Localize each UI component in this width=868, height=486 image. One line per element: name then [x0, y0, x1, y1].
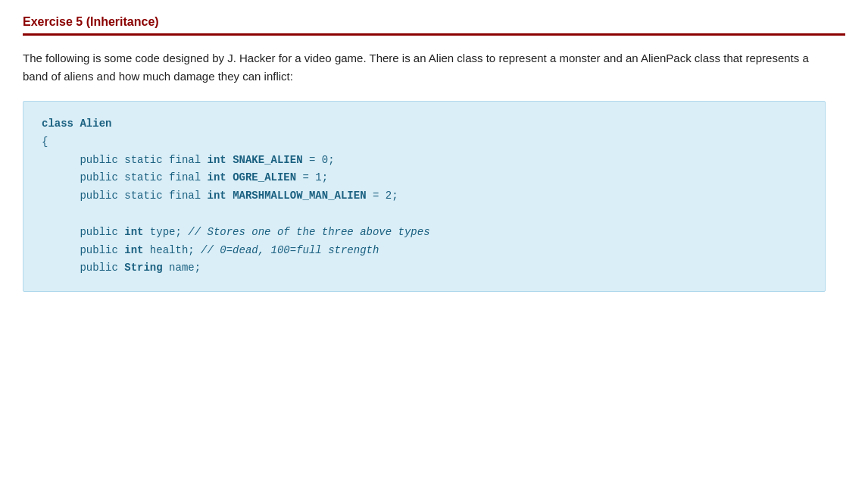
code-line-class: class Alien — [42, 115, 807, 133]
code-line-marshmallow: public static final int MARSHMALLOW_MAN_… — [42, 187, 807, 205]
exercise-header: Exercise 5 (Inheritance) — [23, 15, 845, 36]
exercise-title: Exercise 5 (Inheritance) — [23, 15, 159, 28]
code-block: class Alien { public static final int SN… — [23, 101, 826, 292]
code-line-snake: public static final int SNAKE_ALIEN = 0; — [42, 152, 807, 170]
code-line-type: public int type; // Stores one of the th… — [42, 224, 807, 242]
exercise-description: The following is some code designed by J… — [23, 49, 826, 86]
code-line-health: public int health; // 0=dead, 100=full s… — [42, 242, 807, 260]
code-line-brace-open: { — [42, 133, 807, 152]
code-line-name: public String name; — [42, 259, 807, 277]
page-container: Exercise 5 (Inheritance) The following i… — [0, 0, 868, 486]
code-line-ogre: public static final int OGRE_ALIEN = 1; — [42, 169, 807, 187]
code-line-blank — [42, 205, 807, 224]
